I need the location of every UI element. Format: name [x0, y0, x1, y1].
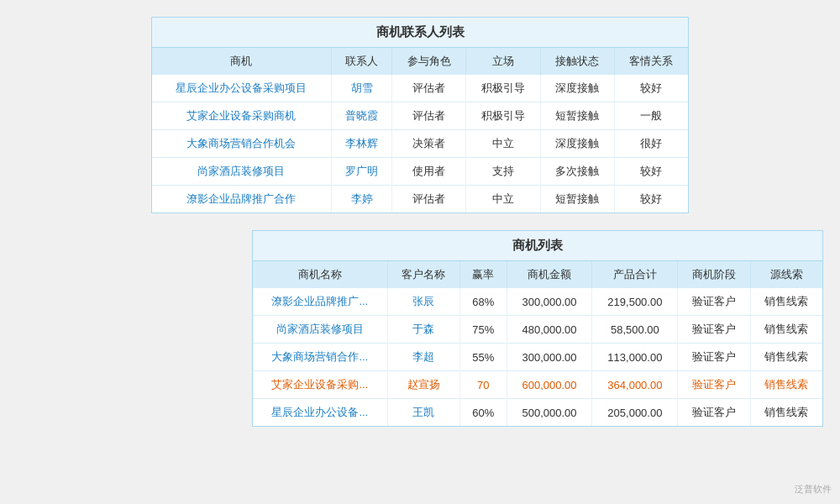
- customer-cell: 李超: [387, 344, 459, 371]
- contact-state-cell: 短暂接触: [540, 102, 614, 130]
- position-cell: 中立: [466, 186, 540, 213]
- contact-state-cell: 深度接触: [540, 130, 614, 158]
- amount-cell: 480,000.00: [507, 316, 592, 344]
- op-name-link[interactable]: 潦影企业品牌推广...: [271, 295, 368, 307]
- contact-cell: 李婷: [331, 186, 392, 213]
- role-cell: 评估者: [392, 102, 466, 130]
- win-rate-cell: 68%: [459, 288, 507, 316]
- position-cell: 积极引导: [466, 102, 540, 130]
- product-total-cell: 205,000.00: [592, 399, 678, 427]
- contact-state-cell: 深度接触: [540, 75, 614, 102]
- customer-cell: 赵宣扬: [387, 371, 459, 399]
- contact-state-cell: 短暂接触: [540, 186, 614, 213]
- op-name-link[interactable]: 尚家酒店装修项目: [276, 323, 364, 335]
- op-name-cell: 尚家酒店装修项目: [253, 316, 387, 344]
- opportunity-cell: 星辰企业办公设备采购项目: [152, 75, 331, 102]
- contact-link[interactable]: 李林辉: [345, 137, 378, 150]
- opportunity-cell: 艾家企业设备采购商机: [152, 102, 331, 130]
- win-rate-cell: 70: [459, 371, 507, 399]
- contact-cell: 胡雪: [331, 75, 392, 102]
- customer-link[interactable]: 于森: [412, 323, 434, 335]
- watermark: 泛普软件: [795, 483, 832, 496]
- contacts-table: 商机 联系人 参与角色 立场 接触状态 客情关系 星辰企业办公设备采购项目胡雪评…: [152, 48, 688, 213]
- stage-cell: 验证客户: [678, 344, 750, 371]
- opportunities-panel: 商机列表 商机名称 客户名称 赢率 商机金额 产品合计 商机阶段 源线索 潦影企…: [252, 230, 823, 427]
- col-position: 立场: [466, 48, 540, 75]
- relation-cell: 较好: [614, 75, 688, 102]
- contact-state-cell: 多次接触: [540, 158, 614, 186]
- opportunity-link[interactable]: 艾家企业设备采购商机: [186, 109, 296, 122]
- opportunity-link[interactable]: 星辰企业办公设备采购项目: [176, 81, 307, 94]
- customer-cell: 王凯: [387, 399, 459, 427]
- stage-cell: 验证客户: [678, 316, 750, 344]
- customer-link[interactable]: 张辰: [412, 295, 434, 307]
- col-contact-state: 接触状态: [540, 48, 614, 75]
- win-rate-cell: 55%: [459, 344, 507, 371]
- amount-cell: 300,000.00: [507, 344, 592, 371]
- product-total-cell: 364,000.00: [592, 371, 678, 399]
- amount-cell: 600,000.00: [507, 371, 592, 399]
- opportunity-cell: 大象商场营销合作机会: [152, 130, 331, 158]
- contact-link[interactable]: 罗广明: [345, 165, 378, 177]
- source-cell: 销售线索: [750, 316, 822, 344]
- opportunity-row: 大象商场营销合作...李超55%300,000.00113,000.00验证客户…: [253, 344, 822, 371]
- customer-link[interactable]: 李超: [412, 350, 434, 363]
- position-cell: 积极引导: [466, 75, 540, 102]
- source-cell: 销售线索: [750, 344, 822, 371]
- opportunity-row: 潦影企业品牌推广...张辰68%300,000.00219,500.00验证客户…: [253, 288, 822, 316]
- col-customer: 客户名称: [387, 261, 459, 288]
- op-name-link[interactable]: 艾家企业设备采购...: [271, 378, 368, 391]
- col-opportunity: 商机: [152, 48, 331, 75]
- role-cell: 评估者: [392, 75, 466, 102]
- col-win-rate: 赢率: [459, 261, 507, 288]
- source-cell: 销售线索: [750, 371, 822, 399]
- op-name-link[interactable]: 星辰企业办公设备...: [271, 406, 368, 418]
- role-cell: 使用者: [392, 158, 466, 186]
- col-stage: 商机阶段: [678, 261, 750, 288]
- opportunity-link[interactable]: 尚家酒店装修项目: [197, 165, 285, 177]
- contacts-panel-title: 商机联系人列表: [152, 18, 688, 48]
- contact-link[interactable]: 李婷: [351, 192, 373, 205]
- op-name-cell: 艾家企业设备采购...: [253, 371, 387, 399]
- position-cell: 支持: [466, 158, 540, 186]
- opportunities-table: 商机名称 客户名称 赢率 商机金额 产品合计 商机阶段 源线索 潦影企业品牌推广…: [253, 261, 822, 426]
- op-name-cell: 大象商场营销合作...: [253, 344, 387, 371]
- customer-cell: 于森: [387, 316, 459, 344]
- contact-link[interactable]: 胡雪: [351, 81, 373, 94]
- contact-cell: 李林辉: [331, 130, 392, 158]
- amount-cell: 500,000.00: [507, 399, 592, 427]
- opportunities-header-row: 商机名称 客户名称 赢率 商机金额 产品合计 商机阶段 源线索: [253, 261, 822, 288]
- opportunity-link[interactable]: 潦影企业品牌推广合作: [186, 192, 296, 205]
- stage-cell: 验证客户: [678, 399, 750, 427]
- opportunity-row: 星辰企业办公设备...王凯60%500,000.00205,000.00验证客户…: [253, 399, 822, 427]
- col-contact: 联系人: [331, 48, 392, 75]
- customer-link[interactable]: 赵宣扬: [407, 378, 440, 391]
- contacts-row: 潦影企业品牌推广合作李婷评估者中立短暂接触较好: [152, 186, 688, 213]
- contacts-row: 尚家酒店装修项目罗广明使用者支持多次接触较好: [152, 158, 688, 186]
- customer-cell: 张辰: [387, 288, 459, 316]
- col-source: 源线索: [750, 261, 822, 288]
- contact-link[interactable]: 普晓霞: [345, 109, 378, 122]
- position-cell: 中立: [466, 130, 540, 158]
- win-rate-cell: 75%: [459, 316, 507, 344]
- opportunity-link[interactable]: 大象商场营销合作机会: [186, 137, 296, 150]
- customer-link[interactable]: 王凯: [412, 406, 434, 418]
- op-name-cell: 潦影企业品牌推广...: [253, 288, 387, 316]
- product-total-cell: 58,500.00: [592, 316, 678, 344]
- product-total-cell: 219,500.00: [592, 288, 678, 316]
- stage-cell: 验证客户: [678, 288, 750, 316]
- role-cell: 评估者: [392, 186, 466, 213]
- col-product-total: 产品合计: [592, 261, 678, 288]
- source-cell: 销售线索: [750, 399, 822, 427]
- col-role: 参与角色: [392, 48, 466, 75]
- amount-cell: 300,000.00: [507, 288, 592, 316]
- opportunity-cell: 尚家酒店装修项目: [152, 158, 331, 186]
- contacts-row: 大象商场营销合作机会李林辉决策者中立深度接触很好: [152, 130, 688, 158]
- contacts-panel: 商机联系人列表 商机 联系人 参与角色 立场 接触状态 客情关系 星辰企业办公设…: [151, 17, 689, 213]
- opportunity-row: 尚家酒店装修项目于森75%480,000.0058,500.00验证客户销售线索: [253, 316, 822, 344]
- role-cell: 决策者: [392, 130, 466, 158]
- contact-cell: 普晓霞: [331, 102, 392, 130]
- opportunity-row: 艾家企业设备采购...赵宣扬70600,000.00364,000.00验证客户…: [253, 371, 822, 399]
- relation-cell: 很好: [614, 130, 688, 158]
- op-name-link[interactable]: 大象商场营销合作...: [271, 350, 368, 363]
